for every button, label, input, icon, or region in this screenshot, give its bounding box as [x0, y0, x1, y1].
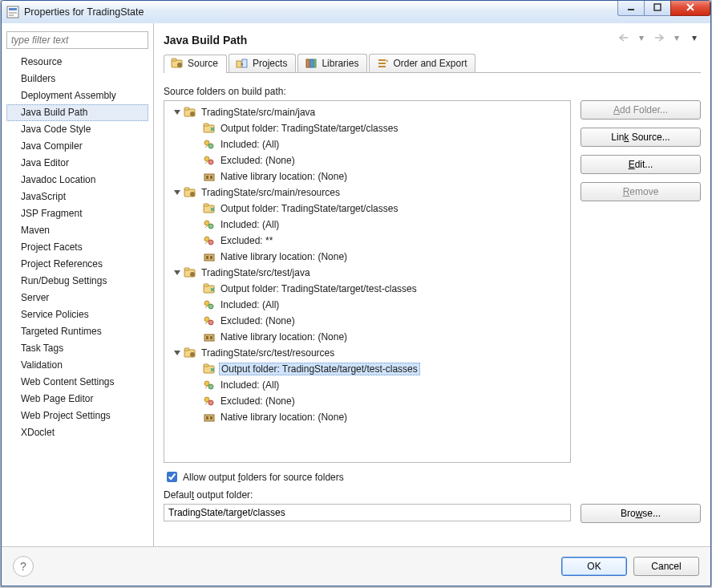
svg-point-40 [190, 272, 195, 277]
category-run-debug-settings[interactable]: Run/Debug Settings [6, 273, 148, 290]
category-targeted-runtimes[interactable]: Targeted Runtimes [6, 323, 148, 340]
minimize-button[interactable] [617, 0, 645, 16]
dialog-footer: ? OK Cancel [2, 546, 710, 586]
edit-button[interactable]: Edit... [581, 155, 701, 174]
category-deployment-assembly[interactable]: Deployment Assembly [6, 87, 148, 104]
category-java-build-path[interactable]: Java Build Path [6, 104, 148, 121]
category-server[interactable]: Server [6, 290, 148, 306]
title-bar: Properties for TradingState [2, 1, 710, 24]
source-native[interactable]: Native library location: (None) [166, 168, 568, 185]
expand-toggle-icon[interactable] [172, 268, 182, 278]
allow-output-checkbox[interactable] [167, 472, 177, 482]
source-excluded[interactable]: Excluded: (None) [166, 393, 568, 409]
category-web-content-settings[interactable]: Web Content Settings [6, 374, 148, 391]
tab-libraries[interactable]: Libraries [297, 54, 367, 72]
category-javascript[interactable]: JavaScript [6, 189, 148, 205]
window-title: Properties for TradingState [24, 6, 144, 18]
svg-rect-47 [204, 335, 214, 341]
add-folder-button[interactable]: Add Folder... [581, 100, 701, 120]
ok-button[interactable]: OK [561, 557, 627, 576]
category-resource[interactable]: Resource [6, 54, 148, 71]
source-output[interactable]: Output folder: TradingState/target/class… [166, 120, 568, 136]
default-output-input[interactable] [164, 504, 571, 521]
category-java-editor[interactable]: Java Editor [6, 155, 148, 172]
source-output[interactable]: Output folder: TradingState/target/test-… [166, 281, 568, 297]
filter-input[interactable] [6, 31, 148, 49]
back-menu-icon[interactable]: ▾ [635, 31, 648, 44]
source-included[interactable]: Included: (All) [166, 377, 568, 393]
view-menu-icon[interactable]: ▾ [688, 31, 701, 44]
source-included[interactable]: Included: (All) [166, 297, 568, 313]
category-web-project-settings[interactable]: Web Project Settings [6, 408, 148, 424]
source-folder[interactable]: TradingState/src/main/resources [166, 185, 568, 201]
svg-rect-27 [184, 188, 189, 190]
included-icon [203, 379, 216, 391]
native-icon [203, 330, 216, 343]
source-folder-tree[interactable]: TradingState/src/main/javaOutput folder:… [164, 100, 571, 463]
svg-rect-1 [9, 8, 17, 10]
source-output[interactable]: Output folder: TradingState/target/test-… [166, 361, 568, 377]
category-project-references[interactable]: Project References [6, 256, 148, 273]
native-icon [203, 411, 216, 424]
svg-point-22 [208, 160, 213, 164]
category-builders[interactable]: Builders [6, 71, 148, 87]
svg-rect-5 [654, 4, 661, 10]
category-task-tags[interactable]: Task Tags [6, 340, 148, 357]
tab-order-and-export[interactable]: Order and Export [369, 54, 475, 72]
source-native[interactable]: Native library location: (None) [166, 329, 568, 345]
category-javadoc-location[interactable]: Javadoc Location [6, 172, 148, 189]
source-native[interactable]: Native library location: (None) [166, 249, 568, 265]
package-folder-icon [184, 106, 196, 119]
side-buttons: Add Folder... Link Source... Edit... Rem… [581, 100, 701, 463]
svg-point-44 [208, 304, 213, 309]
svg-point-46 [208, 320, 213, 325]
source-excluded[interactable]: Excluded: (None) [166, 152, 568, 168]
cancel-button[interactable]: Cancel [633, 557, 699, 576]
source-folder[interactable]: TradingState/src/test/java [166, 265, 568, 281]
category-service-policies[interactable]: Service Policies [6, 306, 148, 323]
category-xdoclet[interactable]: XDoclet [6, 424, 148, 441]
source-included[interactable]: Included: (All) [166, 136, 568, 152]
category-project-facets[interactable]: Project Facets [6, 239, 148, 256]
category-validation[interactable]: Validation [6, 357, 148, 374]
svg-rect-39 [184, 268, 189, 270]
app-icon [6, 6, 19, 18]
category-maven[interactable]: Maven [6, 222, 148, 239]
source-native[interactable]: Native library location: (None) [166, 409, 568, 425]
tab-icon [171, 58, 184, 69]
source-folder[interactable]: TradingState/src/main/java [166, 104, 568, 120]
forward-menu-icon[interactable]: ▾ [670, 31, 683, 44]
svg-rect-61 [210, 416, 212, 420]
source-excluded[interactable]: Excluded: (None) [166, 313, 568, 329]
category-web-page-editor[interactable]: Web Page Editor [6, 391, 148, 408]
expand-toggle-icon[interactable] [172, 188, 182, 197]
svg-rect-42 [204, 284, 208, 286]
expand-toggle-icon[interactable] [172, 107, 182, 117]
category-jsp-fragment[interactable]: JSP Fragment [6, 205, 148, 222]
source-output[interactable]: Output folder: TradingState/target/class… [166, 201, 568, 217]
header-nav: ▾ ▾ ▾ [617, 31, 701, 44]
source-folder[interactable]: TradingState/src/test/resources [166, 345, 568, 361]
svg-rect-25 [210, 176, 212, 179]
svg-rect-10 [242, 59, 247, 67]
maximize-button[interactable] [644, 0, 671, 16]
category-java-compiler[interactable]: Java Compiler [6, 138, 148, 155]
allow-output-label[interactable]: Allow output folders for source folders [183, 472, 344, 483]
svg-point-34 [208, 240, 213, 245]
source-excluded[interactable]: Excluded: ** [166, 233, 568, 249]
category-java-code-style[interactable]: Java Code Style [6, 121, 148, 138]
tab-source[interactable]: Source [164, 55, 227, 73]
output-icon [203, 282, 216, 295]
close-button[interactable] [670, 0, 710, 16]
tab-projects[interactable]: Projects [229, 54, 296, 72]
source-included[interactable]: Included: (All) [166, 217, 568, 233]
forward-icon[interactable] [653, 31, 665, 44]
browse-button[interactable]: Browse... [581, 504, 701, 523]
expand-toggle-icon[interactable] [172, 348, 182, 358]
remove-button[interactable]: Remove [581, 182, 701, 201]
svg-rect-12 [310, 59, 314, 67]
help-button[interactable]: ? [13, 556, 34, 577]
link-source-button[interactable]: Link Source... [581, 128, 701, 147]
svg-rect-18 [204, 124, 208, 126]
back-icon[interactable] [617, 31, 630, 44]
